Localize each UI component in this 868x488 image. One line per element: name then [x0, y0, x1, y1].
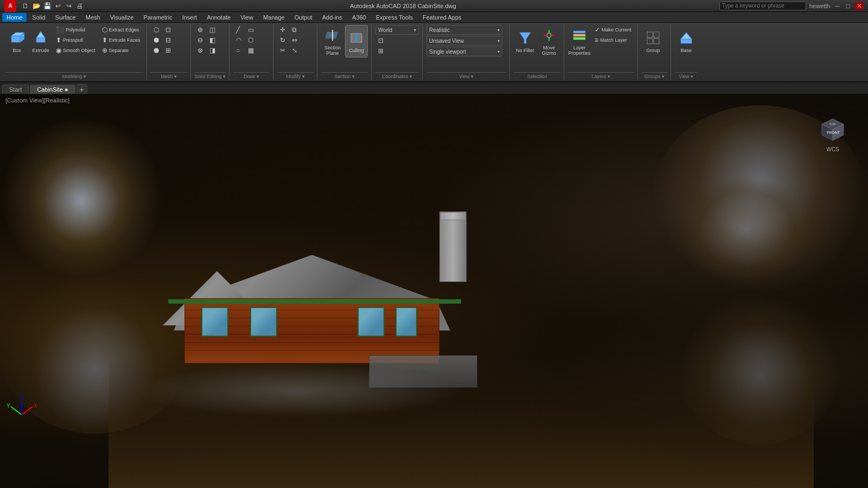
modify-group-label[interactable]: Modify ▾ [277, 72, 314, 79]
layers-group-label[interactable]: Layers ▾ [568, 72, 634, 79]
svg-rect-22 [681, 39, 692, 43]
base-button[interactable]: Base [675, 25, 698, 57]
menu-express-tools[interactable]: Express Tools [372, 13, 417, 22]
menu-insert[interactable]: Insert [178, 13, 202, 22]
make-current-label: Make Current [602, 27, 631, 33]
undo-button[interactable]: ↩ [53, 1, 63, 11]
arc-button[interactable]: ◠ [233, 35, 244, 45]
modify-col2: ⧉ ⇔ ⤡ [289, 25, 300, 55]
redo-button[interactable]: ↪ [64, 1, 74, 11]
move-button[interactable]: ✛ [277, 25, 288, 35]
mesh-btn2[interactable]: ⬢ [151, 35, 162, 45]
copy-button[interactable]: ⧉ [289, 25, 300, 35]
no-filter-button[interactable]: No Filter [514, 25, 537, 57]
draw-group-label[interactable]: Draw ▾ [233, 72, 270, 79]
section-group-label[interactable]: Section ▾ [321, 72, 368, 79]
solid-btn4[interactable]: ◫ [207, 25, 218, 35]
mesh-group-label[interactable]: Mesh ▾ [151, 72, 187, 79]
solid-btn5[interactable]: ◧ [207, 35, 218, 45]
viewcube[interactable]: FRONT TOP WCS [814, 111, 852, 149]
solid-btn1[interactable]: ⊕ [195, 25, 206, 35]
minimize-button[interactable]: ─ [833, 2, 841, 10]
box-button[interactable]: Box [5, 25, 28, 57]
add-tab-button[interactable]: + [76, 84, 87, 94]
rotate-icon: ↻ [280, 36, 285, 44]
section-plane-button[interactable]: Section Plane [321, 25, 344, 57]
view-right-group-label[interactable]: View ▾ [675, 72, 698, 79]
make-current-button[interactable]: ✓ Make Current [592, 25, 634, 35]
viewport[interactable]: X Y Z FRONT TOP [0, 94, 868, 488]
circle-icon: ○ [236, 47, 240, 54]
plot-button[interactable]: 🖨 [75, 1, 85, 11]
world-dropdown[interactable]: World ▾ [375, 25, 419, 35]
mesh-btn4[interactable]: ⊡ [163, 25, 174, 35]
view-group-label[interactable]: View ▾ [426, 72, 506, 79]
draw-col: ╱ ◠ ○ [233, 25, 244, 55]
viewport-dropdown[interactable]: Single viewport ▾ [426, 47, 502, 56]
line-button[interactable]: ╱ [233, 25, 244, 35]
mesh-btn3[interactable]: ⬣ [151, 46, 162, 55]
tab-cabinsite[interactable]: CabinSite ● [30, 85, 75, 94]
close-button[interactable]: ✕ [855, 2, 864, 10]
menu-view[interactable]: View [236, 13, 258, 22]
menu-addins[interactable]: Add-ins [318, 13, 347, 22]
separate-button[interactable]: ⊕ Separate [99, 46, 143, 55]
menu-visualize[interactable]: Visualize [106, 13, 138, 22]
circle-button[interactable]: ○ [233, 46, 244, 55]
mesh-btn1[interactable]: ⬡ [151, 25, 162, 35]
draw-col2: ▭ ⬡ ▦ [245, 25, 257, 55]
polysolid-button[interactable]: ⬛ Polysolid [53, 25, 98, 35]
hatch-button[interactable]: ▦ [245, 46, 257, 55]
menu-mesh[interactable]: Mesh [81, 13, 105, 22]
quick-access-toolbar: 🗋 📂 💾 ↩ ↪ 🖨 [18, 0, 87, 12]
named-view-dropdown[interactable]: Unsaved View ▾ [426, 36, 502, 46]
modeling-group-label[interactable]: Modeling ▾ [5, 72, 143, 79]
menu-parametric[interactable]: Parametric [139, 13, 176, 22]
solid-btn3[interactable]: ⊗ [195, 46, 206, 55]
coord-btn1[interactable]: ⊡ [375, 36, 419, 46]
match-layer-button[interactable]: ≡ Match Layer [592, 35, 634, 45]
group-button[interactable]: Group [642, 25, 665, 57]
app-logo[interactable]: A [4, 0, 16, 12]
open-button[interactable]: 📂 [31, 1, 41, 11]
visual-style-dropdown[interactable]: Realistic ▾ [426, 25, 502, 35]
poly-button[interactable]: ⬡ [245, 35, 257, 45]
tab-start[interactable]: Start [2, 85, 29, 94]
extract-edges-button[interactable]: ⬡ Extract Edges [99, 25, 143, 35]
solid-btn6[interactable]: ◨ [207, 46, 218, 55]
solid-editing-group-label[interactable]: Solid Editing ▾ [195, 72, 226, 79]
coordinates-group-label[interactable]: Coordinates ▾ [375, 72, 419, 79]
move-gizmo-icon [540, 27, 558, 44]
solid-btn2[interactable]: ⊖ [195, 35, 206, 45]
layer-props-button[interactable]: Layer Properties [568, 25, 591, 57]
mirror-button[interactable]: ⇔ [289, 35, 300, 45]
svg-text:FRONT: FRONT [827, 131, 840, 134]
menu-annotate[interactable]: Annotate [202, 13, 235, 22]
menu-solid[interactable]: Solid [28, 13, 49, 22]
coord-btn2[interactable]: ⊞ [375, 46, 419, 56]
trim-button[interactable]: ✂ [277, 46, 288, 55]
new-button[interactable]: 🗋 [21, 1, 30, 11]
save-button[interactable]: 💾 [42, 1, 52, 11]
menu-home[interactable]: Home [2, 13, 27, 22]
base-label: Base [680, 48, 692, 53]
mesh-btn6[interactable]: ⊞ [163, 46, 174, 55]
presspull-button[interactable]: ⬆ Presspull [53, 35, 98, 45]
rotate-button[interactable]: ↻ [277, 35, 288, 45]
maximize-button[interactable]: □ [845, 2, 852, 10]
menu-surface[interactable]: Surface [51, 13, 80, 22]
menu-manage[interactable]: Manage [259, 13, 289, 22]
menu-a360[interactable]: A360 [348, 13, 371, 22]
extrude-faces-button[interactable]: ⬆ Extrude Faces [99, 35, 143, 45]
extrude-button[interactable]: Extrude [29, 25, 52, 57]
menu-output[interactable]: Output [290, 13, 317, 22]
culling-button[interactable]: Culling [345, 25, 368, 57]
move-gizmo-button[interactable]: Move Gizmo [538, 25, 560, 57]
groups-group-label[interactable]: Groups ▾ [642, 72, 667, 79]
rect-button[interactable]: ▭ [245, 25, 257, 35]
smooth-object-button[interactable]: ◉ Smooth Object [53, 46, 98, 55]
search-input[interactable] [719, 2, 806, 10]
mesh-btn5[interactable]: ⊟ [163, 35, 174, 45]
menu-featured-apps[interactable]: Featured Apps [418, 13, 466, 22]
scale-button[interactable]: ⤡ [289, 46, 300, 55]
